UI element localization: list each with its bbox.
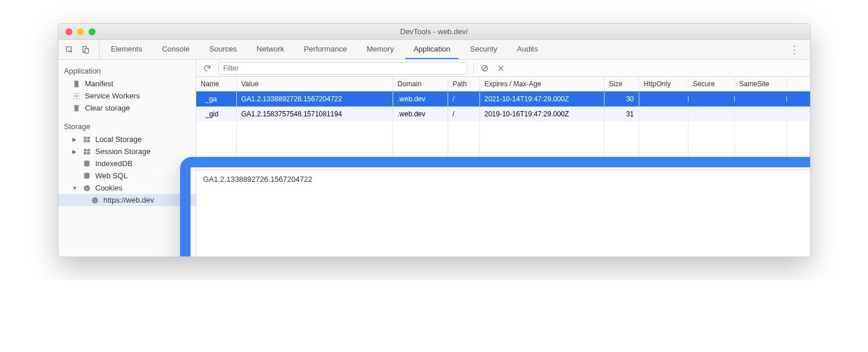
- col-domain[interactable]: Domain: [393, 77, 448, 91]
- cell-expires: 2021-10-14T19:47:29.000Z: [480, 92, 605, 106]
- cookie-detail-value: GA1.2.1338892726.1567204722: [203, 175, 313, 184]
- more-options-icon[interactable]: ⋮: [785, 43, 804, 56]
- svg-rect-2: [85, 48, 88, 53]
- minimize-window-button[interactable]: [77, 28, 84, 35]
- col-value[interactable]: Value: [237, 77, 393, 91]
- sidebar-item-label: Clear storage: [85, 104, 130, 112]
- cookies-toolbar: [196, 60, 810, 77]
- cell-size: 31: [605, 107, 639, 121]
- svg-point-17: [86, 189, 86, 189]
- sidebar-item-label: https://web.dev: [104, 196, 154, 204]
- tab-sources[interactable]: Sources: [201, 40, 245, 59]
- expand-icon: ▶: [72, 149, 78, 155]
- cell-value: GA1.2.1338892726.1567204722: [237, 92, 393, 106]
- svg-rect-8: [83, 149, 86, 151]
- devtools-tabs: Elements Console Sources Network Perform…: [58, 40, 810, 60]
- sidebar-item-indexeddb[interactable]: ▶ IndexedDB: [58, 157, 196, 170]
- inspect-element-icon[interactable]: [64, 45, 75, 55]
- cell-name: _gid: [196, 107, 237, 121]
- tab-performance[interactable]: Performance: [296, 40, 355, 59]
- filter-input[interactable]: [218, 62, 467, 75]
- sidebar-item-label: Web SQL: [96, 171, 128, 180]
- svg-rect-10: [83, 152, 86, 154]
- window-title: DevTools - web.dev/: [65, 27, 803, 36]
- svg-point-19: [93, 199, 94, 200]
- tab-network[interactable]: Network: [248, 40, 292, 59]
- sidebar-item-local-storage[interactable]: ▶ Local Storage: [58, 133, 196, 145]
- col-name[interactable]: Name: [196, 77, 237, 91]
- sidebar-item-label: Service Workers: [85, 91, 140, 100]
- cell-secure: [688, 111, 735, 117]
- svg-point-15: [85, 186, 86, 188]
- svg-rect-6: [83, 140, 86, 142]
- refresh-icon[interactable]: [202, 63, 213, 74]
- col-expires[interactable]: Expires / Max-Age: [480, 77, 605, 91]
- sidebar-item-session-storage[interactable]: ▶ Session Storage: [58, 145, 196, 157]
- sidebar-item-label: Session Storage: [96, 147, 151, 156]
- sidebar-item-manifest[interactable]: Manifest: [58, 78, 196, 90]
- svg-rect-4: [83, 137, 86, 139]
- col-samesite[interactable]: SameSite: [735, 77, 787, 91]
- devtools-window: DevTools - web.dev/ Elements Console Sou…: [58, 23, 811, 257]
- cell-path: /: [448, 107, 480, 121]
- tab-console[interactable]: Console: [154, 40, 198, 59]
- cell-path: /: [448, 92, 480, 106]
- cell-value: GA1.2.1583757548.1571081194: [237, 107, 393, 121]
- svg-point-20: [95, 200, 96, 201]
- cell-domain: .web.dev: [393, 107, 448, 121]
- svg-point-16: [87, 188, 88, 189]
- cell-name: _ga: [196, 92, 237, 106]
- sidebar-item-clear-storage[interactable]: Clear storage: [58, 102, 196, 114]
- svg-point-18: [91, 197, 98, 203]
- table-header: Name Value Domain Path Expires / Max-Age…: [196, 77, 810, 91]
- table-row[interactable]: _gid GA1.2.1583757548.1571081194 .web.de…: [196, 107, 810, 122]
- svg-point-3: [75, 95, 78, 97]
- col-httponly[interactable]: HttpOnly: [639, 77, 688, 91]
- svg-rect-5: [87, 137, 90, 139]
- application-sidebar: Application Manifest Service Workers Cle…: [58, 60, 196, 256]
- cell-size: 30: [605, 92, 639, 106]
- svg-point-21: [94, 201, 94, 201]
- titlebar: DevTools - web.dev/: [58, 24, 810, 40]
- sidebar-item-label: IndexedDB: [96, 159, 133, 168]
- tab-elements[interactable]: Elements: [103, 40, 151, 59]
- cookie-detail-pane: GA1.2.1338892726.1567204722: [196, 170, 810, 256]
- cookies-table: Name Value Domain Path Expires / Max-Age…: [196, 77, 810, 170]
- maximize-window-button[interactable]: [89, 28, 96, 35]
- cell-samesite: [735, 96, 787, 102]
- svg-rect-9: [87, 149, 90, 151]
- cell-secure: [688, 96, 735, 102]
- delete-selected-icon[interactable]: [496, 63, 506, 74]
- cookies-panel: Name Value Domain Path Expires / Max-Age…: [196, 60, 810, 256]
- collapse-icon: ▼: [72, 185, 78, 191]
- tab-security[interactable]: Security: [462, 40, 506, 59]
- col-size[interactable]: Size: [605, 77, 639, 91]
- table-row[interactable]: _ga GA1.2.1338892726.1567204722 .web.dev…: [196, 91, 810, 107]
- sidebar-section-storage: Storage: [58, 120, 196, 133]
- clear-all-icon[interactable]: [479, 63, 490, 74]
- col-secure[interactable]: Secure: [688, 77, 735, 91]
- cell-httponly: [639, 96, 688, 102]
- tab-memory[interactable]: Memory: [358, 40, 402, 59]
- cell-httponly: [639, 111, 688, 117]
- sidebar-item-label: Cookies: [96, 184, 123, 192]
- cell-samesite: [735, 111, 787, 117]
- svg-rect-7: [87, 140, 90, 142]
- sidebar-item-service-workers[interactable]: Service Workers: [58, 90, 196, 102]
- device-toggle-icon[interactable]: [80, 45, 91, 55]
- tab-application[interactable]: Application: [405, 40, 459, 59]
- expand-icon: ▶: [72, 137, 78, 142]
- sidebar-section-application: Application: [58, 64, 196, 78]
- sidebar-item-label: Manifest: [85, 79, 113, 88]
- col-path[interactable]: Path: [448, 77, 480, 91]
- svg-point-14: [83, 185, 90, 191]
- table-empty-area: [196, 122, 810, 170]
- cell-expires: 2019-10-16T19:47:29.000Z: [480, 107, 605, 121]
- cell-domain: .web.dev: [393, 92, 448, 106]
- traffic-lights: [65, 28, 96, 35]
- sidebar-item-cookies-origin[interactable]: https://web.dev: [58, 194, 196, 206]
- sidebar-item-web-sql[interactable]: ▶ Web SQL: [58, 170, 196, 182]
- tab-audits[interactable]: Audits: [509, 40, 546, 59]
- close-window-button[interactable]: [65, 28, 72, 35]
- sidebar-item-cookies[interactable]: ▼ Cookies: [58, 182, 196, 194]
